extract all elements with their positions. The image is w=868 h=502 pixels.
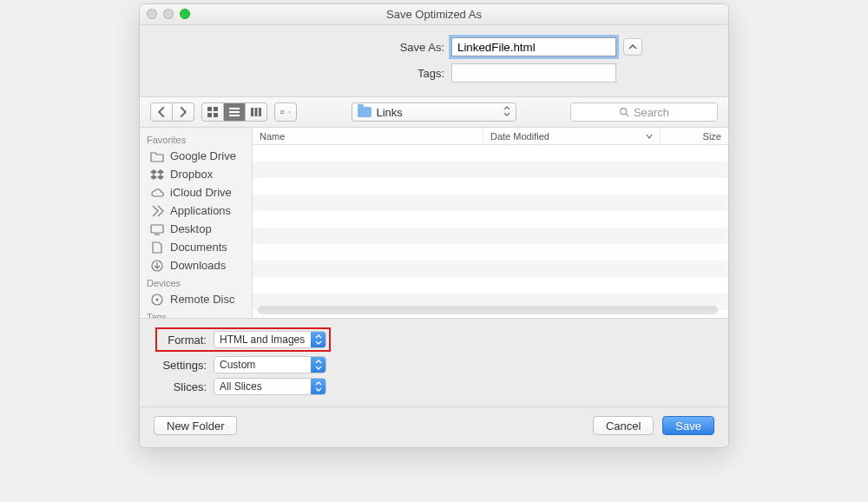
sidebar-item-applications[interactable]: Applications: [140, 201, 252, 220]
window-title: Save Optimized As: [140, 4, 728, 25]
svg-rect-6: [229, 115, 240, 116]
slices-value: All Slices: [220, 380, 262, 393]
format-highlight: Format: HTML and Images: [155, 327, 331, 352]
svg-rect-11: [282, 110, 284, 111]
column-date[interactable]: Date Modified: [483, 128, 661, 144]
desktop-icon: [150, 223, 164, 235]
group-by-button[interactable]: [274, 102, 297, 122]
settings-select[interactable]: Custom: [214, 356, 326, 373]
chevron-down-icon: [288, 109, 291, 116]
new-folder-button[interactable]: New Folder: [154, 416, 237, 435]
view-columns-button[interactable]: [246, 102, 267, 122]
file-browser: Favorites Google Drive Dropbox iCloud Dr…: [140, 128, 728, 319]
svg-line-17: [626, 114, 628, 116]
download-icon: [150, 260, 164, 272]
zoom-window-button[interactable]: [180, 9, 190, 19]
svg-rect-3: [214, 113, 218, 117]
sidebar-item-label: Dropbox: [170, 168, 213, 181]
slices-label: Slices:: [160, 380, 214, 393]
minimize-window-button[interactable]: [163, 9, 174, 19]
svg-rect-10: [280, 110, 281, 111]
updown-icon: [311, 379, 326, 394]
sidebar-item-label: Applications: [170, 204, 231, 217]
list-icon: [228, 106, 240, 118]
sidebar-favorites-header: Favorites: [140, 131, 252, 147]
browser-toolbar: Links Search: [140, 96, 728, 128]
svg-rect-13: [280, 112, 281, 113]
svg-point-22: [156, 298, 159, 301]
search-icon: [619, 107, 629, 117]
sidebar-item-label: Remote Disc: [170, 293, 234, 306]
columns-icon: [250, 106, 262, 118]
updown-icon: [311, 357, 326, 373]
disc-icon: [150, 294, 164, 306]
file-rows[interactable]: [253, 145, 728, 318]
nav-back-forward: [150, 102, 194, 122]
save-fields: Save As: Tags:: [140, 25, 728, 96]
sidebar-item-downloads[interactable]: Downloads: [140, 256, 252, 274]
group-icon: [280, 110, 285, 115]
updown-icon: [503, 106, 510, 119]
column-size[interactable]: Size: [661, 128, 728, 144]
folder-icon: [150, 150, 164, 162]
sidebar-item-documents[interactable]: Documents: [140, 238, 252, 256]
titlebar: Save Optimized As: [140, 4, 728, 25]
svg-rect-5: [229, 111, 240, 113]
settings-value: Custom: [220, 359, 255, 371]
format-options: Format: HTML and Images Settings: Custom…: [140, 319, 728, 407]
collapse-toggle-button[interactable]: [623, 38, 642, 56]
cloud-icon: [150, 187, 164, 199]
save-button[interactable]: Save: [662, 416, 714, 435]
svg-rect-2: [207, 113, 212, 117]
view-icons-button[interactable]: [201, 102, 224, 122]
svg-rect-0: [207, 107, 212, 111]
dropbox-icon: [150, 168, 164, 181]
sidebar: Favorites Google Drive Dropbox iCloud Dr…: [140, 128, 253, 318]
slices-select[interactable]: All Slices: [214, 378, 326, 395]
view-mode-segment: [201, 102, 267, 122]
tags-input[interactable]: [451, 63, 616, 83]
svg-rect-15: [282, 113, 284, 114]
tags-label: Tags:: [226, 67, 451, 80]
sidebar-item-label: Downloads: [170, 259, 226, 272]
format-value: HTML and Images: [220, 334, 305, 346]
sidebar-item-desktop[interactable]: Desktop: [140, 220, 252, 238]
horizontal-scrollbar[interactable]: [258, 306, 718, 314]
svg-point-16: [621, 109, 627, 115]
view-list-button[interactable]: [224, 102, 246, 122]
close-window-button[interactable]: [147, 9, 157, 19]
column-headers: Name Date Modified Size: [253, 128, 728, 145]
cancel-button[interactable]: Cancel: [593, 416, 654, 435]
sidebar-item-google-drive[interactable]: Google Drive: [140, 147, 252, 165]
settings-label: Settings:: [160, 359, 214, 372]
apps-icon: [150, 205, 164, 217]
svg-rect-12: [282, 111, 284, 112]
chevron-left-icon: [155, 106, 168, 118]
svg-rect-4: [229, 108, 240, 109]
svg-rect-7: [251, 108, 253, 116]
nav-back-button[interactable]: [150, 102, 173, 122]
current-folder-name: Links: [377, 106, 403, 119]
sidebar-item-remote-disc[interactable]: Remote Disc: [140, 290, 252, 308]
svg-rect-18: [151, 225, 163, 233]
save-as-label: Save As:: [226, 41, 451, 54]
nav-forward-button[interactable]: [173, 102, 194, 122]
updown-icon: [311, 332, 326, 347]
current-folder-popup[interactable]: Links: [352, 102, 516, 122]
save-as-input[interactable]: [451, 37, 616, 56]
sidebar-tags-header: Tags: [140, 308, 252, 318]
chevron-right-icon: [177, 106, 189, 118]
svg-rect-8: [255, 108, 258, 116]
save-dialog: Save Optimized As Save As: Tags:: [139, 3, 729, 448]
window-controls: [147, 9, 190, 19]
sidebar-item-icloud[interactable]: iCloud Drive: [140, 183, 252, 201]
folder-icon: [358, 107, 372, 117]
sidebar-devices-header: Devices: [140, 274, 252, 290]
column-name[interactable]: Name: [253, 128, 483, 144]
sidebar-item-dropbox[interactable]: Dropbox: [140, 165, 252, 183]
sidebar-item-label: iCloud Drive: [170, 186, 232, 199]
svg-rect-14: [282, 112, 284, 113]
search-placeholder: Search: [634, 106, 669, 119]
format-select[interactable]: HTML and Images: [214, 331, 326, 348]
search-field[interactable]: Search: [570, 102, 718, 122]
